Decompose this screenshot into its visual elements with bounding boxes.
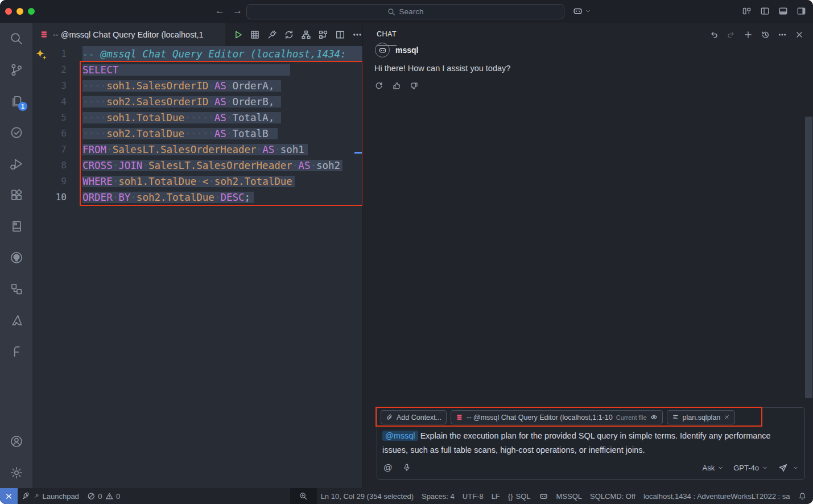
split-editor-icon[interactable] bbox=[335, 30, 345, 40]
mssql-status[interactable]: MSSQL bbox=[552, 488, 587, 504]
eol-status[interactable]: LF bbox=[488, 488, 504, 504]
activity-item-server[interactable] bbox=[0, 210, 32, 242]
thumbs-up-icon[interactable] bbox=[392, 81, 401, 90]
chat-input-text[interactable]: @mssql Explain the execution plan for th… bbox=[382, 429, 798, 457]
thumbs-down-icon[interactable] bbox=[410, 81, 419, 90]
code-line-1[interactable]: 1-- @mssql Chat Query Editor (localhost,… bbox=[32, 46, 362, 62]
line-number[interactable]: 5 bbox=[32, 110, 67, 126]
code-editor[interactable]: 1-- @mssql Chat Query Editor (localhost,… bbox=[32, 46, 362, 488]
activity-item-fabric[interactable] bbox=[0, 336, 32, 367]
line-number[interactable]: 1 bbox=[32, 46, 67, 62]
line-number[interactable]: 6 bbox=[32, 126, 67, 142]
customize-layout-icon[interactable] bbox=[742, 6, 752, 16]
toggle-sidebar-icon[interactable] bbox=[760, 6, 770, 16]
maximize-window-button[interactable] bbox=[28, 8, 35, 15]
rocket-icon bbox=[22, 492, 30, 501]
tab-chat[interactable]: CHAT bbox=[377, 23, 397, 46]
cursor-position-status[interactable]: Ln 10, Col 29 (354 selected) bbox=[317, 488, 418, 504]
history-icon[interactable] bbox=[761, 30, 770, 39]
code-line-5[interactable]: 5····soh1.TotalDue·····AS·TotalA, bbox=[32, 110, 362, 126]
more-icon[interactable] bbox=[778, 30, 787, 39]
mention-button[interactable]: @ bbox=[383, 462, 393, 473]
plan-file-chip[interactable]: plan.sqlplan bbox=[667, 410, 736, 424]
chip-file-detail: Current file bbox=[616, 414, 647, 421]
line-number[interactable]: 10 bbox=[32, 189, 67, 205]
send-button[interactable] bbox=[778, 462, 799, 473]
code-line-2[interactable]: 2SELECT bbox=[32, 62, 362, 78]
code-line-9[interactable]: 9WHERE·soh1.TotalDue·<·soh2.TotalDue bbox=[32, 173, 362, 189]
zoom-status[interactable] bbox=[290, 488, 317, 504]
activity-item-account[interactable] bbox=[0, 425, 32, 457]
query-plan-icon[interactable] bbox=[318, 30, 328, 40]
results-grid-icon[interactable] bbox=[250, 30, 260, 40]
code-line-4[interactable]: 4····soh2.SalesOrderID·AS·OrderB, bbox=[32, 94, 362, 110]
minimize-window-button[interactable] bbox=[16, 8, 23, 15]
close-icon[interactable] bbox=[795, 30, 804, 39]
activity-item-database-projects[interactable] bbox=[0, 273, 32, 304]
close-window-button[interactable] bbox=[5, 8, 12, 15]
mention-chip[interactable]: @mssql bbox=[382, 431, 418, 441]
indentation-status[interactable]: Spaces: 4 bbox=[418, 488, 459, 504]
toggle-secondary-sidebar-icon[interactable] bbox=[797, 6, 806, 16]
file-lines-icon bbox=[672, 414, 679, 421]
activity-item-copilot-edits[interactable]: 1 bbox=[0, 85, 32, 117]
copilot-status[interactable] bbox=[535, 488, 552, 504]
line-number[interactable]: 8 bbox=[32, 158, 67, 173]
code-line-8[interactable]: 8CROSS·JOIN·SalesLT.SalesOrderHeader·AS·… bbox=[32, 158, 362, 173]
toggle-panel-icon[interactable] bbox=[778, 6, 788, 16]
problems-status[interactable]: 0 0 bbox=[83, 488, 124, 504]
code-line-6[interactable]: 6····soh2.TotalDue·····AS·TotalB bbox=[32, 126, 362, 142]
line-number[interactable]: 2 bbox=[32, 62, 67, 78]
plus-icon[interactable] bbox=[744, 30, 753, 39]
line-number[interactable]: 7 bbox=[32, 142, 67, 158]
activity-item-run-debug[interactable] bbox=[0, 148, 32, 179]
regenerate-icon[interactable] bbox=[374, 81, 383, 90]
mode-dropdown[interactable]: Ask bbox=[703, 464, 724, 472]
connection-status[interactable]: localhost,1434 : AdventureWorksLT2022 : … bbox=[639, 488, 794, 504]
back-icon[interactable]: ← bbox=[215, 5, 225, 16]
activity-item-search[interactable] bbox=[0, 23, 32, 54]
code-line-3[interactable]: 3····soh1.SalesOrderID·AS·OrderA, bbox=[32, 78, 362, 94]
model-dropdown[interactable]: GPT-4o bbox=[733, 464, 768, 472]
editor-tab[interactable]: -- @mssql Chat Query Editor (localhost,1 bbox=[32, 23, 225, 46]
encoding-status[interactable]: UTF-8 bbox=[459, 488, 488, 504]
connect-icon[interactable] bbox=[267, 30, 277, 40]
language-status[interactable]: {} SQL bbox=[504, 488, 535, 504]
code-line-7[interactable]: 7FROM·SalesLT.SalesOrderHeader·AS·soh1 bbox=[32, 142, 362, 158]
activity-item-settings[interactable] bbox=[0, 457, 32, 488]
activity-item-extensions[interactable] bbox=[0, 179, 32, 210]
search-icon bbox=[10, 32, 23, 46]
activity-item-source-control[interactable] bbox=[0, 54, 32, 85]
schema-icon[interactable] bbox=[301, 30, 311, 40]
sync-icon[interactable] bbox=[284, 30, 294, 40]
search-input[interactable]: Search bbox=[246, 4, 564, 19]
more-icon[interactable] bbox=[352, 30, 362, 40]
selected-code: ····soh1.SalesOrderID·AS·OrderA, bbox=[82, 80, 281, 92]
line-number[interactable]: 3 bbox=[32, 78, 67, 94]
copilot-menu-button[interactable] bbox=[572, 6, 591, 16]
chat-scrollbar[interactable] bbox=[805, 117, 812, 398]
eye-icon[interactable] bbox=[650, 414, 658, 421]
notifications-bell[interactable] bbox=[794, 488, 813, 504]
run-icon[interactable] bbox=[233, 30, 243, 40]
add-context-chip[interactable]: Add Context... bbox=[381, 410, 447, 424]
activity-item-tasks[interactable] bbox=[0, 117, 32, 148]
close-icon[interactable] bbox=[724, 414, 730, 420]
code-line-10[interactable]: 10ORDER·BY·soh2.TotalDue·DESC; bbox=[32, 189, 362, 205]
line-number[interactable]: 4 bbox=[32, 94, 67, 110]
chip-file-name: -- @mssql Chat Query Editor (localhost,1 bbox=[467, 414, 596, 422]
activity-item-azure[interactable] bbox=[0, 304, 32, 336]
mic-icon[interactable] bbox=[402, 463, 411, 472]
activity-item-github[interactable] bbox=[0, 242, 32, 273]
current-file-chip[interactable]: -- @mssql Chat Query Editor (localhost,1… bbox=[451, 410, 662, 424]
remote-indicator[interactable] bbox=[0, 488, 18, 504]
line-number[interactable]: 9 bbox=[32, 173, 67, 189]
sqlcmd-status[interactable]: SQLCMD: Off bbox=[586, 488, 639, 504]
redo-icon[interactable] bbox=[727, 30, 736, 39]
launchpad-status[interactable]: Launchpad bbox=[18, 488, 83, 504]
chip-file-range: :1-10 bbox=[596, 414, 613, 422]
chat-input-container[interactable]: Add Context... -- @mssql Chat Query Edit… bbox=[377, 407, 805, 480]
forward-icon[interactable]: → bbox=[233, 5, 242, 16]
undo-icon[interactable] bbox=[709, 30, 719, 39]
window-controls bbox=[5, 8, 35, 15]
